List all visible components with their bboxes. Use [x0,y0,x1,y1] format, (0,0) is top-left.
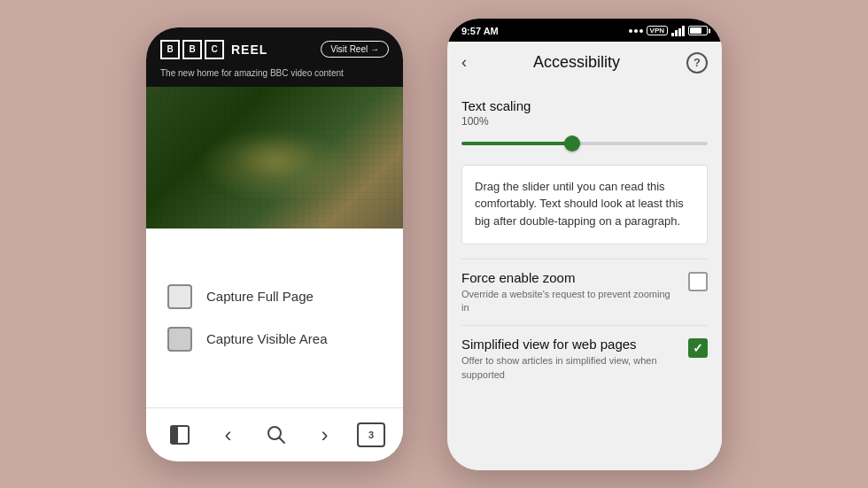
svg-line-3 [280,438,285,443]
right-phone: 9:57 AM VPN [447,19,722,470]
forward-button[interactable]: › [309,419,341,451]
accessibility-title: Accessibility [533,53,620,72]
force-enable-zoom-text: Force enable zoom Override a website's r… [461,270,688,315]
preview-text: Drag the slider until you can read this … [475,178,694,230]
sidebar-icon[interactable] [164,419,196,451]
left-phone: B B C REEL Visit Reel → The new home for… [146,27,403,461]
vpn-badge: VPN [647,26,668,35]
simplified-view-row: Simplified view for web pages Offer to s… [461,325,708,392]
bar1 [671,33,674,36]
back-arrow-icon[interactable]: ‹ [461,53,467,72]
force-enable-zoom-row: Force enable zoom Override a website's r… [461,259,708,326]
slider-fill [461,142,572,145]
battery-fill [690,27,701,34]
dot1 [629,29,632,33]
search-button[interactable] [260,419,292,451]
battery-icon [688,26,708,35]
capture-visible-area-label: Capture Visible Area [206,331,327,346]
bbc-box-b2: B [182,40,202,59]
force-enable-zoom-desc: Override a website's request to prevent … [461,288,678,315]
text-scaling-label: Text scaling [461,98,708,113]
capture-full-page-checkbox[interactable] [167,284,192,309]
text-scaling-slider[interactable] [461,135,708,152]
slider-thumb[interactable] [564,136,580,151]
bbc-boxes: B B C [160,40,224,59]
capture-options: Capture Full Page Capture Visible Area [146,229,403,407]
help-icon[interactable]: ? [686,52,708,74]
force-enable-zoom-title: Force enable zoom [461,270,678,285]
capture-full-page-option[interactable]: Capture Full Page [167,284,382,309]
back-button[interactable]: ‹ [213,419,244,451]
text-scaling-value: 100% [461,115,708,128]
simplified-view-desc: Offer to show articles in simplified vie… [461,354,678,382]
signal-bars [671,26,685,36]
bbc-header: B B C REEL Visit Reel → [146,27,403,68]
bar4 [682,26,685,36]
simplified-view-checkbox[interactable]: ✓ [688,338,708,358]
bottom-nav: ‹ › 3 [146,407,403,461]
status-bar: 9:57 AM VPN [447,19,722,42]
bbc-aerial-image [146,87,403,229]
text-scaling-section: Text scaling 100% [461,98,708,152]
visit-reel-button[interactable]: Visit Reel → [321,41,389,58]
aerial-overlay [146,87,403,229]
bbc-subtitle: The new home for amazing BBC video conte… [146,68,403,87]
preview-box: Drag the slider until you can read this … [461,165,708,244]
capture-full-page-label: Capture Full Page [206,289,314,304]
bbc-logo: B B C REEL [160,40,267,59]
bbc-box-c: C [205,40,224,59]
help-label: ? [694,56,701,69]
capture-visible-area-option[interactable]: Capture Visible Area [167,327,382,352]
bar2 [675,30,678,36]
bbc-box-b1: B [160,40,180,59]
accessibility-content: Text scaling 100% Drag the slider until … [447,84,722,470]
simplified-view-text: Simplified view for web pages Offer to s… [461,337,688,382]
force-enable-zoom-checkbox[interactable] [688,272,708,291]
status-time: 9:57 AM [461,26,499,36]
svg-rect-1 [171,426,178,444]
accessibility-header: ‹ Accessibility ? [447,42,722,84]
tab-count-badge[interactable]: 3 [357,422,385,447]
dot2 [634,29,638,33]
bbc-reel-label: REEL [231,43,267,57]
dot3 [639,29,643,33]
status-icons: VPN [629,26,708,36]
signal-dots [629,29,643,33]
battery-tip [709,28,710,33]
simplified-view-title: Simplified view for web pages [461,337,678,352]
capture-visible-area-checkbox[interactable] [167,327,192,352]
slider-track [461,142,708,145]
bar3 [678,28,681,36]
